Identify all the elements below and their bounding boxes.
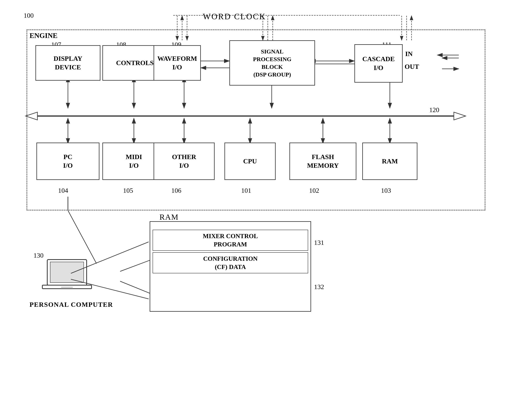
mixer-control-row: MIXER CONTROL PROGRAM: [152, 230, 308, 251]
ref-131: 131: [314, 239, 324, 247]
flash-memory-box: FLASH MEMORY: [289, 143, 356, 180]
ref-100: 100: [24, 12, 34, 19]
ram-box-upper: RAM: [362, 143, 418, 180]
ram-outer-label: RAM: [160, 212, 179, 222]
other-io-box: OTHER I/O: [153, 143, 215, 180]
ref-102: 102: [309, 187, 319, 194]
ref-132: 132: [314, 283, 324, 291]
ref-105: 105: [123, 187, 133, 194]
svg-line-39: [68, 210, 96, 264]
ref-104: 104: [58, 187, 68, 194]
cascade-io-box: CASCADE I/O: [354, 44, 403, 82]
pc-io-box: PC I/O: [37, 143, 99, 180]
ram-content-box: MIXER CONTROL PROGRAM CONFIGURATION (CF)…: [150, 221, 311, 312]
display-device-box: DISPLAY DEVICE: [35, 45, 100, 81]
ref-103: 103: [381, 187, 391, 194]
cpu-box: CPU: [224, 143, 276, 180]
out-label: OUT: [405, 63, 419, 70]
pc-icon: [41, 258, 93, 298]
ref-120: 120: [429, 106, 439, 114]
svg-rect-46: [61, 287, 73, 288]
engine-label: ENGINE: [29, 31, 57, 40]
ref-106: 106: [171, 187, 181, 194]
waveform-io-box: WAVEFORM I/O: [153, 45, 201, 81]
pc-label: PERSONAL COMPUTER: [29, 301, 113, 308]
word-clock-label: WORD CLOCK: [203, 12, 266, 21]
in-label: IN: [405, 50, 413, 58]
ref-101: 101: [241, 187, 251, 194]
configuration-data-row: CONFIGURATION (CF) DATA: [152, 252, 308, 273]
signal-processing-box: SIGNAL PROCESSING BLOCK (DSP GROUP): [229, 40, 315, 86]
svg-rect-44: [50, 262, 84, 283]
